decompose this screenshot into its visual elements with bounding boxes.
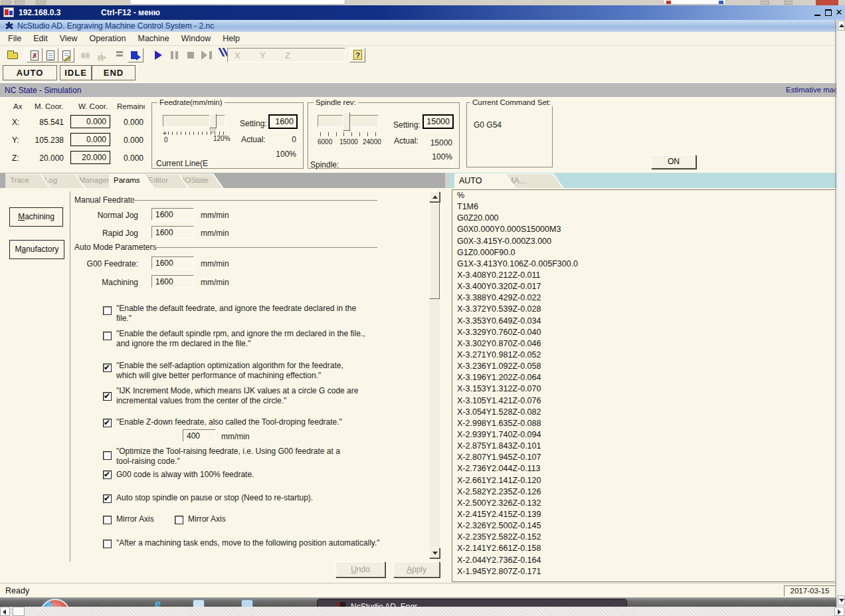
- gcode-line: X-3.302Y0.870Z-0.046: [452, 338, 835, 350]
- tab[interactable]: Params: [109, 173, 154, 188]
- vnc-title-bar[interactable]: 192.168.0.3 Ctrl-F12 - меню ✕: [0, 5, 845, 20]
- checkbox-zdown-feedrate[interactable]: [103, 419, 112, 427]
- rapid-jog-field[interactable]: 1600: [151, 226, 194, 239]
- feedrate-setting-field[interactable]: 1600: [268, 114, 298, 129]
- background-pill: [663, 0, 726, 5]
- menu-item[interactable]: Window: [175, 32, 217, 43]
- normal-jog-field[interactable]: 1600: [151, 208, 194, 221]
- checkbox-default-spindle-rpm[interactable]: [103, 332, 112, 340]
- maximize-button[interactable]: [824, 8, 833, 17]
- gcode-line: X-2.500Y2.326Z-0.132: [452, 498, 835, 509]
- feedrate-setting-label: Setting:: [240, 119, 267, 128]
- mode-auto[interactable]: AUTO: [3, 65, 57, 80]
- background-red-dot: [666, 1, 671, 4]
- gcode-line: X-2.807Y1.945Z-0.107: [452, 452, 835, 463]
- zdown-feedrate-field[interactable]: 400: [183, 429, 216, 442]
- open-file-button[interactable]: [5, 48, 21, 62]
- spindle-on-button[interactable]: ON: [651, 155, 696, 169]
- goto-line-button[interactable]: [128, 48, 143, 62]
- scroll-down-button[interactable]: [429, 548, 440, 558]
- background-tile: [1, 1, 11, 5]
- minimize-button[interactable]: [813, 8, 822, 17]
- app-title-bar[interactable]: NcStudio AD. Engraving Machine Control S…: [0, 20, 836, 32]
- checkbox-g00-full-feedrate[interactable]: [103, 470, 112, 479]
- params-panel: Machining Manufactory Manual Feedrate No…: [0, 188, 445, 583]
- apply-button[interactable]: Apply: [393, 562, 440, 577]
- info-panel: Ax M. Coor. W. Coor. Remainder X: 85.541…: [0, 97, 836, 173]
- checkbox-after-task-move[interactable]: [103, 540, 112, 548]
- checkbox-self-adaption[interactable]: [103, 363, 112, 372]
- work-coord-field[interactable]: 0.000: [70, 133, 110, 146]
- params-scrollbar[interactable]: [429, 191, 440, 558]
- machine-coord-value: 105.238: [24, 136, 64, 145]
- menu-item[interactable]: Machine: [132, 32, 175, 43]
- gcode-line: X-2.736Y2.044Z-0.113: [452, 463, 835, 474]
- machining-feedrate-label: Machining: [72, 278, 138, 287]
- manufactory-button[interactable]: Manufactory: [9, 240, 64, 259]
- close-button[interactable]: ✕: [834, 8, 844, 17]
- background-tile: [784, 1, 793, 5]
- help-button[interactable]: ?: [349, 48, 365, 62]
- axis-y-label: Y: [260, 51, 266, 60]
- gcode-line: X-2.235Y2.582Z-0.152: [452, 532, 835, 543]
- spindle-tick-max: 24000: [363, 138, 381, 146]
- viewer-scroll-left-button[interactable]: [0, 607, 10, 616]
- close-file-button[interactable]: ✗: [27, 48, 43, 62]
- viewer-scroll-down-button[interactable]: [838, 595, 845, 605]
- viewer-scroll-right-button[interactable]: [834, 607, 844, 616]
- viewer-horizontal-scrollbar[interactable]: [0, 607, 845, 616]
- feedrate-group: Feedrate(mm/min) + 0 120% Setting: 1600 …: [151, 102, 304, 169]
- gcode-listing[interactable]: %T1M6G0Z20.000G0X0.000Y0.000S15000M3G0X-…: [452, 189, 836, 582]
- nc-state-bar: NC State - Simulation Estimative mach: [0, 82, 836, 97]
- spindle-slider-thumb[interactable]: [343, 112, 350, 131]
- gcode-line: X-2.044Y2.736Z-0.164: [452, 555, 835, 566]
- platform-disabled-button: [112, 48, 128, 62]
- axis-label: X:: [12, 118, 19, 127]
- spindle-tick-min: 6000: [318, 138, 332, 146]
- view-file-button[interactable]: [43, 48, 58, 62]
- right-tab-strip: AUTO MA...: [449, 173, 836, 188]
- gcode-line: X-3.153Y1.312Z-0.070: [452, 383, 835, 395]
- checkbox-ijk-increment[interactable]: [103, 392, 112, 401]
- internet-explorer-icon[interactable]: e: [155, 598, 161, 607]
- mode-idle: IDLE: [60, 65, 92, 80]
- mode-bar: AUTO IDLE END: [0, 64, 836, 82]
- machining-button[interactable]: Machining: [9, 207, 63, 227]
- tab[interactable]: AUTO: [454, 173, 516, 188]
- menu-item[interactable]: File: [2, 32, 27, 43]
- work-coord-field[interactable]: 20.000: [70, 151, 110, 164]
- menu-item[interactable]: Help: [217, 32, 246, 43]
- viewer-scroll-box[interactable]: [13, 607, 25, 616]
- axis-x-label: X: [235, 51, 240, 60]
- feedrate-slider-thumb[interactable]: [209, 114, 217, 128]
- gcode-line: X-2.582Y2.235Z-0.126: [452, 486, 835, 498]
- menu-item[interactable]: Operation: [84, 32, 132, 43]
- checkbox-auto-stop-spindle[interactable]: [103, 494, 112, 503]
- menu-item[interactable]: Edit: [27, 32, 54, 43]
- dots-icon: (o)+: [98, 54, 106, 61]
- tab[interactable]: Trace: [5, 173, 50, 188]
- machining-feedrate-field[interactable]: 1600: [151, 275, 194, 288]
- edit-file-button[interactable]: [58, 48, 74, 62]
- gcode-line: G0X-3.415Y-0.000Z3.000: [452, 236, 835, 247]
- menu-item[interactable]: View: [54, 32, 84, 43]
- vnc-title-hint: Ctrl-F12 - меню: [101, 8, 160, 17]
- gcode-line: X-2.939Y1.740Z-0.094: [452, 429, 835, 441]
- remainder-value: 0.000: [113, 154, 143, 163]
- machine-coord-value: 20.000: [24, 154, 64, 163]
- gcode-line: X-2.141Y2.661Z-0.158: [452, 543, 835, 554]
- undo-button[interactable]: Undo: [335, 562, 385, 577]
- checkbox-default-feedrate[interactable]: [103, 306, 112, 315]
- checkbox-mirror-axis-2[interactable]: [175, 516, 183, 524]
- mode-end: END: [92, 65, 136, 80]
- start-button[interactable]: [150, 48, 166, 62]
- viewer-scroll-up-button[interactable]: [838, 21, 845, 31]
- g00-feedrate-field[interactable]: 1600: [151, 257, 194, 269]
- checkbox-mirror-axis-1[interactable]: [103, 516, 112, 524]
- viewer-vertical-scrollbar[interactable]: [836, 20, 845, 607]
- checkbox-optimize-tool-raising[interactable]: [103, 451, 112, 460]
- work-coord-field[interactable]: 0.000: [70, 115, 110, 128]
- scrollbar-thumb[interactable]: [429, 203, 440, 299]
- spindle-setting-field[interactable]: 15000: [423, 114, 454, 129]
- scroll-up-button[interactable]: [429, 191, 440, 202]
